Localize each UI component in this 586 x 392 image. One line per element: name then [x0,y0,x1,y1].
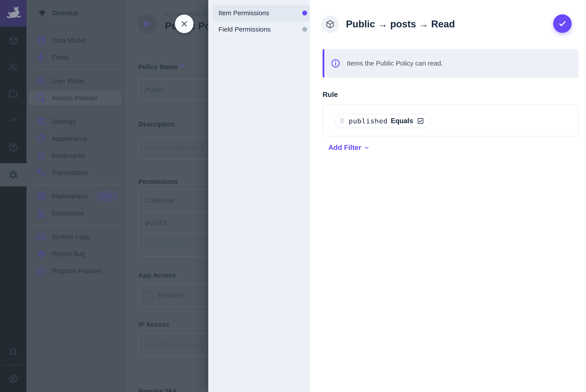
sidebar-item-label: Access Policies [52,94,97,102]
module-box-icon[interactable] [8,35,18,46]
bug-icon [36,249,46,259]
sidebar-nav: Data ModelFlowsUser RolesAccess Policies… [26,26,125,279]
filter-chip[interactable]: published Equals [335,114,431,128]
policy-name-label: Policy Name★ [138,62,185,71]
permissions-drawer: Item Permissions Field Permissions Publi… [208,0,586,392]
directus-logo[interactable] [0,0,26,26]
module-account-icon[interactable] [8,374,18,384]
require-2fa-label: Require 2FA [138,387,177,392]
tab-field-permissions[interactable]: Field Permissions [213,21,314,38]
active-dot [302,10,307,16]
sidebar-item-extensions[interactable]: Extensions [26,204,125,222]
sidebar-divider [33,69,121,69]
description-placeholder: Controls what API d [145,144,203,152]
bolt-icon [36,52,46,62]
info-icon [331,58,341,68]
sidebar-item-label: Appearance [52,135,87,142]
save-button[interactable] [553,14,572,33]
add-collection-label: Add Collection [145,241,188,249]
app-access-label: App Access [138,272,176,279]
ip-access-placeholder: Add allowed IP addr [145,341,204,348]
beta-badge: Beta [97,192,117,200]
module-gear-icon[interactable] [8,170,18,180]
drawer-header-icon [321,16,339,33]
sidebar-item-label: Marketplace [52,192,88,200]
inactive-dot [302,27,307,32]
collection-row-value: posts [145,219,167,226]
module-folder-icon[interactable] [8,88,18,99]
policy-name-value: Public [145,86,163,94]
sidebar-item-flows[interactable]: Flows [26,49,125,66]
rule-label: Rule [323,90,338,99]
terminal-icon [36,232,46,242]
sidebar-divider [33,225,121,225]
rule-filter-box: published Equals [323,104,579,136]
sidebar-item-data-model[interactable]: Data Model [26,32,125,49]
description-label: Description [138,120,175,128]
extension-icon [36,208,46,218]
back-button[interactable] [137,14,157,34]
sidebar-divider [33,184,121,184]
arrow-left-icon [142,19,152,29]
drawer-content: Public → posts → Read Items the Public P… [310,0,586,392]
shield-user-icon [36,93,46,103]
sidebar-item-label: Report Bug [52,250,85,258]
checkbox-checked-icon[interactable] [417,117,424,125]
module-bell-icon[interactable] [8,347,18,357]
sidebar-item-bookmarks[interactable]: Bookmarks [26,147,125,164]
sidebar-item-system-logs[interactable]: System Logs [26,228,125,245]
rabbit-logo-icon [5,5,22,22]
tab-label: Field Permissions [218,26,271,33]
close-icon [180,19,189,28]
notice-text: Items the Public Policy can read. [347,60,443,67]
project-row[interactable]: Directus [26,0,125,26]
filter-operator[interactable]: Equals [391,117,413,125]
sidebar-item-request-feature[interactable]: Request Feature [26,262,125,279]
sidebar-item-label: Data Model [52,37,85,44]
module-users-icon[interactable] [8,62,18,72]
tab-label: Item Permissions [218,9,269,17]
database-icon [36,35,46,46]
sidebar-item-appearance[interactable]: Appearance [26,130,125,147]
enabled-checkbox[interactable] [144,291,152,300]
sidebar-item-label: Bookmarks [52,152,85,159]
chevron-down-icon [363,144,370,151]
enabled-label: Enabled [158,292,182,299]
sidebar-item-label: Flows [52,54,69,61]
verified-icon [36,266,46,276]
sidebar-item-access-policies[interactable]: Access Policies [26,90,125,106]
ip-access-label: IP Access [138,321,169,328]
bookmark-icon [36,150,46,161]
required-star: ★ [180,62,185,68]
sidebar-item-label: Request Feature [52,267,101,274]
box-icon [325,20,335,29]
module-bar-divider [4,365,22,366]
tab-item-permissions[interactable]: Item Permissions [213,5,314,21]
sidebar-item-settings[interactable]: Settings [26,113,125,130]
sidebar-item-label: User Roles [52,77,84,85]
sidebar-item-marketplace[interactable]: MarketplaceBeta [26,188,125,204]
sidebar: Directus Data ModelFlowsUser RolesAccess… [26,0,125,392]
module-insights-icon[interactable] [8,114,18,125]
module-bar [0,0,26,392]
add-filter-button[interactable]: Add Filter [328,144,370,152]
sidebar-item-report-bug[interactable]: Report Bug [26,245,125,262]
sidebar-item-user-roles[interactable]: User Roles [26,72,125,90]
info-notice: Items the Public Policy can read. [323,49,579,78]
filter-field[interactable]: published [349,117,388,125]
close-drawer-button[interactable] [175,14,193,33]
check-icon [558,19,567,28]
permissions-label: Permissions [138,178,178,186]
sidebar-item-label: Settings [52,118,75,125]
add-filter-label: Add Filter [328,144,361,152]
drawer-title: Public → posts → Read [346,18,455,30]
sidebar-item-label: Extensions [52,210,84,217]
chevron-down-icon [191,242,198,248]
module-help-icon[interactable] [8,142,18,152]
collection-column-header: Collection [145,197,174,204]
storefront-icon [36,191,46,201]
drag-handle-icon[interactable] [338,118,346,124]
app-root: Access Policies Public Po Policy Name★ P… [0,0,586,392]
sidebar-item-translations[interactable]: Translations [26,164,125,181]
project-name: Directus [52,10,78,17]
